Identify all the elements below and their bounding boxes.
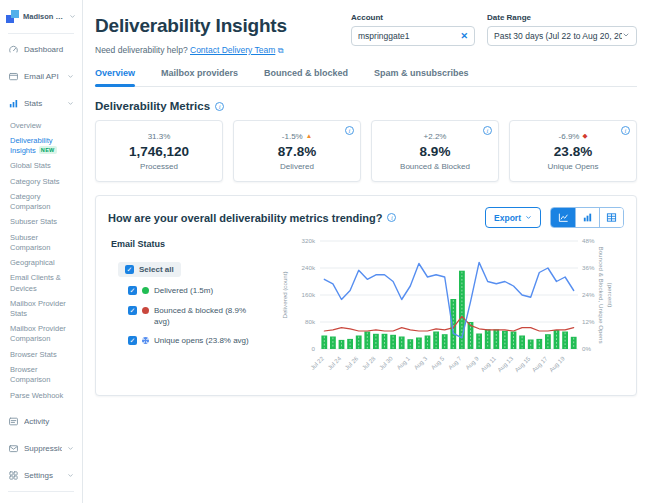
svg-text:Aug 13: Aug 13 [497,355,515,373]
info-icon[interactable]: i [345,126,354,135]
legend-item-delivered-1-5m[interactable]: ✓ Delivered (1.5m) [128,286,276,297]
select-all-checkbox[interactable]: ✓ Select all [118,262,181,277]
legend-heading: Email Status [111,239,276,249]
date-range-select[interactable]: Past 30 days (Jul 22 to Aug 20, 2021) [487,26,637,46]
svg-text:Aug 19: Aug 19 [548,355,566,373]
metric-card-bounced-blocked: i +2.2% 8.9% Bounced & Blocked [371,120,499,182]
metric-card-processed: 31.3% 1,746,120 Processed [95,120,223,182]
chevron-down-icon [67,100,74,107]
metric-delta: -6.9%◆ [559,132,588,141]
svg-text:160k: 160k [302,291,316,298]
trend-panel-title: How are your overall deliverability metr… [108,212,382,224]
divider [8,33,74,34]
svg-text:0: 0 [312,345,316,352]
info-icon[interactable]: i [483,126,492,135]
metric-label: Unique Opens [547,162,598,171]
series-marker-icon [142,287,149,294]
sidebar-subitem-deliverability-insights[interactable]: Deliverability InsightsNEW [10,133,78,158]
svg-text:80k: 80k [305,318,316,325]
chart-view-toggle [550,207,624,228]
external-link-icon: ⧉ [278,46,284,55]
info-icon[interactable]: i [387,213,396,222]
chevron-down-icon [67,73,74,80]
tab-mailbox-providers[interactable]: Mailbox providers [161,68,238,86]
tab-bounced-blocked[interactable]: Bounced & blocked [264,68,348,86]
stats-icon [8,98,19,109]
export-button[interactable]: Export [485,207,541,228]
metric-delta: 31.3% [148,132,171,141]
metric-delta: -1.5%▲ [282,132,312,141]
info-icon[interactable]: i [621,126,630,135]
svg-text:Jul 22: Jul 22 [309,355,325,371]
svg-text:Jul 30: Jul 30 [378,355,394,371]
sidebar-subitem-global-stats[interactable]: Global Stats [10,159,78,174]
help-text: Need deliverability help? [95,45,188,55]
sidebar-subitem-browser-stats[interactable]: Browser Stats [10,347,78,362]
sidebar-subitem-mailbox-provider-stats[interactable]: Mailbox Provider Stats [10,296,78,321]
sidebar-subitem-browser-comparison[interactable]: Browser Comparison [10,363,78,388]
sidebar-item-email-api[interactable]: Email API [0,63,82,90]
clear-account-icon[interactable]: ✕ [456,31,468,41]
sidebar-subitem-overview[interactable]: Overview [10,118,78,133]
contact-delivery-team-link[interactable]: Contact Delivery Team [190,45,275,55]
sidebar-item-twilio-sms[interactable]: Twilio SMSNEW [0,494,82,503]
svg-text:240k: 240k [302,264,316,271]
sidebar-subitem-category-comparison[interactable]: Category Comparison [10,189,78,214]
series-marker-icon [142,337,149,344]
checkbox-checked-icon[interactable]: ✓ [125,265,134,274]
sidebar-subitem-category-stats[interactable]: Category Stats [10,174,78,189]
sendgrid-logo-icon [6,10,19,23]
email-status-legend: Email Status ✓ Select all ✓ Delivered (1… [108,237,276,389]
sidebar-item-suppressions[interactable]: Suppressions [0,435,82,462]
email-api-icon [8,71,19,82]
series-marker-icon [142,307,149,314]
svg-text:(percent): (percent) [607,283,614,308]
warning-triangle-icon: ▲ [306,133,312,140]
app-window: Madison Springgate Dashboard Email API S… [0,0,650,503]
checkbox-checked-icon[interactable]: ✓ [128,286,137,295]
sidebar-subitem-subuser-comparison[interactable]: Subuser Comparison [10,230,78,255]
view-bar-chart-button[interactable] [575,208,599,227]
svg-text:Aug 5: Aug 5 [430,355,446,371]
page-title: Deliverability Insights [95,15,339,37]
stats-subnav: OverviewDeliverability InsightsNEWGlobal… [0,117,82,408]
chevron-down-icon [69,13,76,20]
sidebar-subitem-parse-webhook[interactable]: Parse Webhook [10,388,78,403]
sidebar-item-dashboard[interactable]: Dashboard [0,36,82,63]
tab-overview[interactable]: Overview [95,68,135,86]
chevron-down-icon [525,213,532,223]
metric-delta: +2.2% [424,132,447,141]
svg-text:Jul 24: Jul 24 [327,355,343,371]
legend-item-bounced-blocked-8-9-avg[interactable]: ✓ Bounced & blocked (8.9% avg) [128,306,276,328]
view-line-chart-button[interactable] [551,208,575,227]
account-switcher[interactable]: Madison Springgate [0,0,82,31]
info-icon[interactable]: i [215,102,224,111]
metric-value: 23.8% [554,144,592,159]
sidebar-nav: Dashboard Email API Stats OverviewDelive… [0,31,82,503]
new-badge: NEW [39,146,57,154]
sidebar-subitem-subuser-stats[interactable]: Subuser Stats [10,215,78,230]
svg-text:12%: 12% [582,318,595,325]
svg-text:Aug 17: Aug 17 [531,355,549,373]
view-table-button[interactable] [599,208,623,227]
sidebar-subitem-mailbox-provider-comparison[interactable]: Mailbox Provider Comparison [10,322,78,347]
account-field: Account mspringgate1 ✕ [351,13,475,46]
sidebar-subitem-geographical[interactable]: Geographical [10,256,78,271]
checkbox-checked-icon[interactable]: ✓ [128,336,137,345]
account-switcher-label: Madison Springgate [23,12,65,21]
page-header: Deliverability Insights Need deliverabil… [95,13,637,56]
sidebar-item-activity[interactable]: Activity [0,408,82,435]
sidebar-item-settings[interactable]: Settings [0,462,82,489]
settings-icon [8,470,19,481]
trend-chart: 320k48%240k36%160k24%80k12%00%Jul 22Jul … [276,237,624,389]
suppressions-icon [8,443,19,454]
checkbox-checked-icon[interactable]: ✓ [128,306,137,315]
sidebar-subitem-email-clients-devices[interactable]: Email Clients & Devices [10,271,78,296]
sidebar-item-stats[interactable]: Stats [0,90,82,117]
legend-item-unique-opens-23-8-avg[interactable]: ✓ Unique opens (23.8% avg) [128,336,276,347]
account-input[interactable]: mspringgate1 ✕ [351,26,475,46]
svg-text:24%: 24% [582,291,595,298]
divider [8,491,74,492]
tab-spam-unsubscribes[interactable]: Spam & unsubscribes [374,68,469,86]
metric-cards: 31.3% 1,746,120 Processedi -1.5%▲ 87.8% … [95,120,637,182]
